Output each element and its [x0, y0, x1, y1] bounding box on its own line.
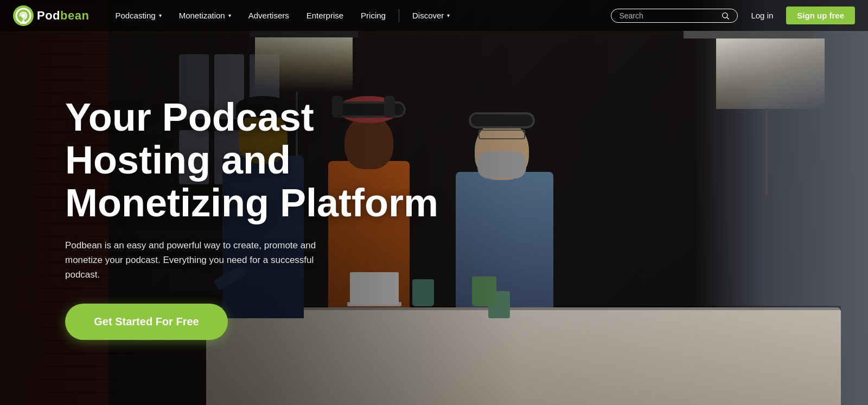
- nav-podcasting[interactable]: Podcasting ▾: [106, 0, 170, 31]
- nav-discover[interactable]: Discover ▾: [404, 0, 458, 31]
- hero-section: Podbean Podcasting ▾ Monetization ▾ Adve…: [0, 0, 868, 405]
- svg-point-2: [21, 14, 25, 18]
- cta-button[interactable]: Get Started For Free: [65, 304, 228, 340]
- nav-right: Log in Sign up free: [746, 7, 855, 24]
- nav-links: Podcasting ▾ Monetization ▾ Advertisers …: [106, 0, 602, 31]
- chevron-down-icon: ▾: [228, 12, 231, 18]
- chevron-down-icon: ▾: [447, 12, 450, 18]
- nav-pricing[interactable]: Pricing: [352, 0, 394, 31]
- search-icon: [721, 11, 730, 20]
- hero-title: Your Podcast Hosting and Monetizing Plat…: [65, 96, 445, 225]
- search-box: [611, 9, 738, 23]
- nav-enterprise[interactable]: Enterprise: [298, 0, 352, 31]
- logo-text: Podbean: [37, 9, 89, 23]
- signup-button[interactable]: Sign up free: [786, 7, 855, 24]
- hero-content: Your Podcast Hosting and Monetizing Plat…: [0, 31, 868, 405]
- search-input[interactable]: [619, 11, 717, 20]
- chevron-down-icon: ▾: [159, 12, 162, 18]
- svg-line-6: [727, 17, 729, 20]
- navbar: Podbean Podcasting ▾ Monetization ▾ Adve…: [0, 0, 868, 31]
- nav-divider: [399, 9, 399, 22]
- nav-advertisers[interactable]: Advertisers: [240, 0, 298, 31]
- logo[interactable]: Podbean: [13, 5, 89, 26]
- nav-monetization[interactable]: Monetization ▾: [170, 0, 240, 31]
- hero-subtitle: Podbean is an easy and powerful way to c…: [65, 238, 347, 282]
- login-button[interactable]: Log in: [746, 8, 777, 23]
- svg-rect-4: [20, 22, 27, 24]
- svg-point-5: [723, 12, 727, 17]
